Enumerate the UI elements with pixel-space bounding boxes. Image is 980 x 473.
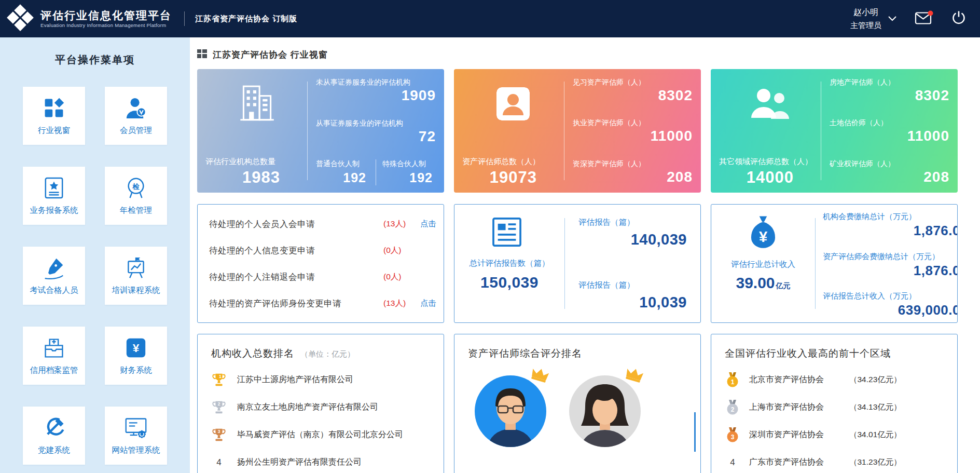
pending-action-link[interactable]: 点击 — [420, 219, 436, 229]
sidebar-item-website-admin[interactable]: 网站管理系统 — [105, 407, 167, 465]
stat-detail-label: 见习资产评估师（人） — [573, 78, 693, 87]
app-header: 评估行业信息化管理平台 Evaluation Industry Informat… — [0, 0, 980, 37]
stat-detail-label: 执业资产评估师（人） — [573, 118, 693, 128]
person-badge-icon — [462, 76, 564, 131]
stat-detail-label: 资深资产评估师（人） — [573, 159, 693, 169]
sidebar-title: 平台操作菜单项 — [0, 53, 190, 67]
sidebar-item-finance[interactable]: ¥ 财务系统 — [105, 327, 167, 385]
website-gear-icon — [125, 415, 147, 440]
app-title: 评估行业信息化管理平台 — [40, 9, 172, 22]
region-name: 广东市资产评估协会 — [749, 457, 840, 468]
sidebar-item-business-filing[interactable]: 业务报备系统 — [23, 167, 85, 225]
sidebar-item-label: 行业视窗 — [38, 125, 70, 136]
list-item: 2 上海市资产评估协会 （34.13亿元） — [725, 399, 944, 415]
list-item: 待处理的个人会员入会申请 (13人) 点击 — [209, 211, 432, 237]
income-item-value: 1,876.0 — [823, 263, 957, 279]
income-item-label: 资产评估师会费缴纳总计（万元） — [823, 252, 957, 262]
stat-card-other-appraisers: 其它领域评估师总数（人） 14000 房地产评估师（人） 8302 土地估价师（… — [711, 69, 958, 193]
sidebar-item-training-courses[interactable]: 培训课程系统 — [105, 247, 167, 305]
appraiser-ranking-card: 资产评估师综合评分排名 — [454, 334, 701, 473]
icon-char: 检 — [132, 183, 140, 191]
stat-detail-label: 土地估价师（人） — [830, 118, 949, 128]
pending-action-link[interactable]: 点击 — [420, 298, 436, 309]
region-value: （34.13亿元） — [849, 402, 902, 413]
org-label: 江苏省资产评估协会 订制版 — [195, 14, 297, 24]
stat-main-label: 评估行业机构总数量 — [205, 157, 307, 167]
rank-number: 1 — [219, 373, 222, 379]
icon-char: ¥ — [759, 228, 768, 245]
main-content: 江苏资产评估协会 行业视窗 — [190, 37, 980, 473]
user-menu[interactable]: 赵小明 主管理员 — [850, 6, 897, 31]
stat-detail-label: 未从事证券服务业的评估机构 — [316, 78, 436, 87]
appraiser-avatar-2 — [569, 375, 641, 448]
rank-number: 3 — [731, 433, 735, 440]
pending-count: (13人) — [383, 298, 406, 309]
pending-count: (0人) — [383, 245, 401, 256]
list-item: 1 江苏中土源房地产评估有限公司 — [211, 372, 430, 388]
stat-card-appraisers: 资产评估师总数（人） 19073 见习资产评估师（人） 8302 执业资产评估师… — [454, 69, 701, 193]
avatar — [569, 375, 641, 448]
power-icon — [951, 10, 967, 28]
stat-detail-value: 11000 — [573, 128, 693, 144]
stat-detail-value: 192 — [382, 170, 436, 185]
list-item: 3 毕马威资产评估（南京）有限公司北京分公司 — [211, 427, 430, 443]
list-item: 1 北京市资产评估协会 （34.23亿元） — [725, 372, 944, 388]
stat-detail-value: 1909 — [316, 87, 436, 104]
stat-detail-value: 11000 — [830, 128, 949, 144]
app-logo: 评估行业信息化管理平台 Evaluation Industry Informat… — [6, 4, 172, 34]
pending-count: (13人) — [383, 219, 406, 229]
sidebar-item-party-building[interactable]: 党建系统 — [23, 407, 85, 465]
stat-card-institutions: 评估行业机构总数量 1983 未从事证券服务业的评估机构 1909 从事证券服务… — [197, 69, 444, 193]
breadcrumb-text: 江苏资产评估协会 行业视窗 — [213, 49, 328, 61]
stat-main-label: 其它领域评估师总数（人） — [719, 157, 821, 167]
icon-char: ¥ — [133, 341, 140, 355]
grid-icon — [197, 49, 207, 61]
sidebar-item-label: 考试合格人员 — [30, 285, 78, 296]
card-title: 机构收入总数排名 — [211, 347, 294, 360]
stat-detail-label: 房地产评估师（人） — [830, 78, 949, 87]
sidebar-item-exam-qualified[interactable]: 考试合格人员 — [23, 247, 85, 305]
user-role: 主管理员 — [850, 19, 881, 31]
divider — [184, 11, 185, 26]
power-button[interactable] — [951, 10, 967, 28]
scroll-indicator[interactable] — [694, 412, 696, 452]
sidebar-item-label: 年检管理 — [120, 205, 152, 216]
report-item-value: 140,039 — [578, 231, 687, 248]
sidebar-item-industry-view[interactable]: 行业视窗 — [23, 87, 85, 145]
rank-number: 4 — [211, 457, 227, 468]
unit-note: （单位：亿元） — [300, 349, 355, 359]
party-emblem-icon — [43, 415, 65, 440]
region-name: 北京市资产评估协会 — [749, 374, 840, 385]
pen-icon — [43, 255, 65, 280]
report-item-label: 评估报告（篇） — [578, 280, 687, 291]
money-bag-icon: ¥ — [747, 215, 779, 252]
rank-number: 2 — [731, 406, 735, 413]
medal-gold-icon: 1 — [725, 372, 740, 388]
list-item: 4 广东市资产评估协会 （31.23亿元） — [725, 454, 944, 470]
member-icon — [125, 96, 147, 120]
income-item-value: 1,876.0 — [823, 223, 957, 239]
mail-icon — [915, 10, 933, 27]
rank-number: 2 — [218, 401, 220, 406]
appraiser-avatar-1 — [474, 375, 547, 448]
diamond-logo-icon — [6, 4, 34, 34]
rank-number: 1 — [731, 378, 735, 385]
mail-button[interactable] — [915, 10, 933, 27]
rank-number: 4 — [725, 457, 740, 468]
training-chart-icon — [125, 255, 147, 280]
list-item: 2 南京立友土地房地产资产评估有限公司 — [211, 399, 430, 415]
stat-detail-value: 208 — [830, 169, 949, 185]
report-item-value: 10,039 — [578, 294, 687, 311]
sidebar-item-credit-archive[interactable]: 信用档案监管 — [23, 327, 85, 385]
stat-detail-value: 72 — [316, 128, 436, 145]
org-name: 南京立友土地房地产资产评估有限公司 — [237, 402, 378, 413]
notification-badge — [928, 10, 933, 16]
sidebar-item-members[interactable]: 会员管理 — [105, 87, 167, 145]
user-name: 赵小明 — [850, 6, 881, 19]
region-value: （34.23亿元） — [849, 374, 902, 385]
stat-detail-value: 192 — [316, 170, 369, 185]
org-name: 扬州公生明资产评估有限责任公司 — [237, 457, 362, 468]
stat-main-value: 19073 — [462, 169, 564, 185]
sidebar-item-annual-inspection[interactable]: 检 年检管理 — [105, 167, 167, 225]
sidebar-item-label: 业务报备系统 — [30, 205, 78, 216]
